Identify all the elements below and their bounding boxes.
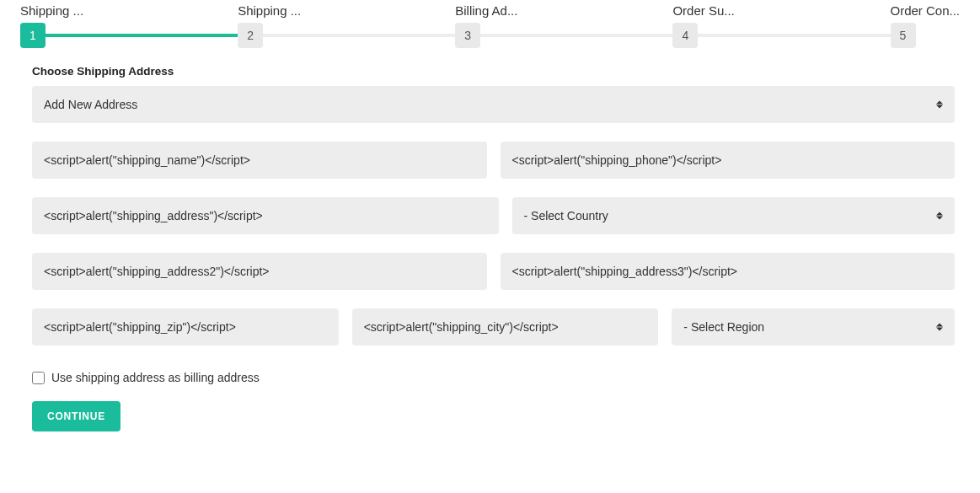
shipping-name-input[interactable] [32,142,487,179]
step-4: Order Su... 4 [672,3,890,48]
step-connector [263,34,455,37]
step-label: Shipping ... [20,3,98,18]
step-label: Order Con... [891,3,961,18]
step-connector [480,34,672,37]
shipping-zip-input[interactable] [32,308,339,346]
step-number-box[interactable]: 2 [238,23,263,48]
step-number-box[interactable]: 3 [455,23,480,48]
country-select-wrapper: - Select Country [512,197,956,234]
address-select[interactable]: Add New Address [32,86,955,123]
use-shipping-as-billing-checkbox[interactable] [32,372,45,384]
step-number-box[interactable]: 4 [672,23,698,48]
step-1: Shipping ... 1 [20,3,238,48]
shipping-address-input[interactable] [32,197,499,234]
region-select[interactable]: - Select Region [672,308,955,346]
region-select-wrapper: - Select Region [672,308,955,346]
continue-button[interactable]: CONTINUE [32,401,120,431]
step-3: Billing Ad... 3 [455,3,672,48]
checkout-stepper: Shipping ... 1 Shipping ... 2 Billing Ad… [0,0,980,48]
section-title: Choose Shipping Address [32,65,955,78]
shipping-address-form: Choose Shipping Address Add New Address … [0,48,980,448]
step-2: Shipping ... 2 [238,3,455,48]
step-label: Shipping ... [238,3,315,18]
step-5: Order Con... 5 [891,3,961,48]
shipping-city-input[interactable] [352,308,659,346]
step-connector [46,34,238,37]
step-connector [698,34,890,37]
shipping-address3-input[interactable] [501,253,956,290]
step-label: Order Su... [672,3,750,18]
step-number-box[interactable]: 1 [20,23,46,48]
checkbox-label[interactable]: Use shipping address as billing address [51,371,260,384]
step-number-box[interactable]: 5 [891,23,916,48]
shipping-phone-input[interactable] [501,142,956,179]
address-select-wrapper: Add New Address [32,86,955,123]
step-label: Billing Ad... [455,3,533,18]
shipping-address2-input[interactable] [32,253,487,290]
country-select[interactable]: - Select Country [512,197,956,234]
